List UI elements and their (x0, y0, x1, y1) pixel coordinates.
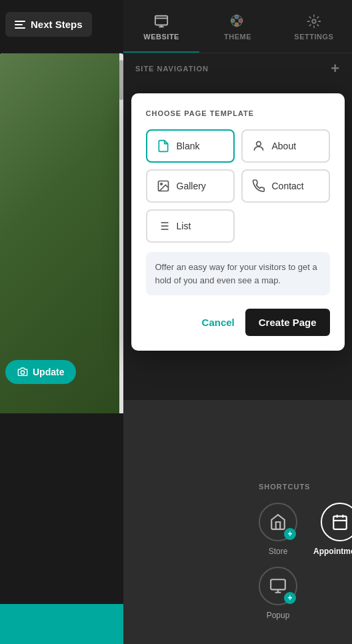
template-option-list[interactable]: List (146, 209, 235, 243)
teal-bar (0, 604, 123, 644)
template-info-box: Offer an easy way for your visitors to g… (146, 252, 330, 295)
modal-overlay: CHOOSE PAGE TEMPLATE Blank Abou (123, 0, 352, 400)
camera-icon (17, 367, 28, 377)
contact-label: Contact (272, 181, 304, 191)
contact-icon (252, 179, 265, 193)
shortcuts-section: SHORTCUTS + Store (247, 472, 352, 644)
svg-point-10 (160, 183, 162, 185)
template-grid: Blank About Galle (146, 129, 330, 243)
svg-point-0 (21, 371, 24, 374)
appointments-icon (331, 513, 349, 531)
about-label: About (272, 141, 297, 151)
right-panel: WEBSITE THEME SETTINGS SITE NAVIGATION +… (123, 0, 352, 644)
shortcuts-title: SHORTCUTS (259, 483, 352, 491)
shortcuts-row-2: + Popup (259, 567, 352, 620)
shortcut-store[interactable]: + Store (259, 503, 297, 556)
choose-template-modal: CHOOSE PAGE TEMPLATE Blank Abou (131, 93, 345, 351)
next-steps-label: Next Steps (31, 19, 83, 30)
blank-icon (157, 139, 170, 153)
svg-point-8 (256, 141, 261, 146)
shortcut-popup[interactable]: + Popup (259, 567, 297, 620)
hamburger-icon (15, 21, 25, 29)
create-page-button[interactable]: Create Page (245, 309, 330, 336)
gallery-icon (157, 179, 170, 193)
store-label: Store (269, 547, 288, 556)
cancel-button[interactable]: Cancel (202, 317, 235, 328)
popup-circle: + (259, 567, 297, 605)
svg-rect-21 (271, 579, 285, 589)
gallery-label: Gallery (177, 181, 206, 191)
blank-label: Blank (177, 141, 200, 151)
store-icon (269, 513, 287, 531)
shortcut-appointments[interactable]: Appointments (313, 503, 352, 556)
info-text: Offer an easy way for your visitors to g… (155, 262, 317, 285)
template-option-about[interactable]: About (241, 129, 330, 163)
store-plus-icon: + (284, 528, 296, 540)
popup-plus-icon: + (284, 592, 296, 604)
list-icon (157, 219, 170, 233)
svg-rect-17 (334, 516, 347, 529)
list-label: List (177, 221, 191, 231)
appointments-label: Appointments (313, 547, 352, 556)
template-option-contact[interactable]: Contact (241, 169, 330, 203)
popup-icon (269, 577, 287, 595)
about-icon (252, 139, 265, 153)
shortcuts-row-1: + Store Appointments (259, 503, 352, 556)
store-circle: + (259, 503, 297, 541)
next-steps-button[interactable]: Next Steps (5, 12, 92, 37)
preview-image (0, 53, 123, 413)
left-panel: Next Steps Update (0, 0, 123, 644)
popup-label: Popup (267, 611, 290, 620)
template-option-gallery[interactable]: Gallery (146, 169, 235, 203)
update-button[interactable]: Update (5, 360, 76, 384)
modal-title: CHOOSE PAGE TEMPLATE (146, 109, 330, 117)
update-label: Update (33, 367, 64, 377)
site-preview (0, 53, 123, 413)
appointments-circle (321, 503, 352, 541)
template-option-blank[interactable]: Blank (146, 129, 235, 163)
modal-actions: Cancel Create Page (146, 309, 330, 336)
